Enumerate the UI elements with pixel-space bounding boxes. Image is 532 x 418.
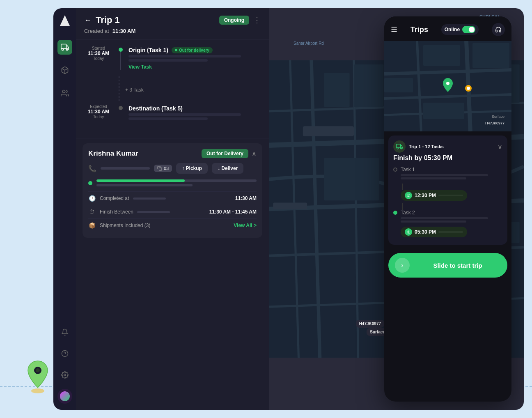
- mobile-task-1: Task 1: [393, 167, 502, 179]
- dest-line-2: [128, 117, 208, 120]
- view-all-link[interactable]: View All >: [234, 223, 257, 228]
- headphone-icon[interactable]: [492, 23, 505, 36]
- app-logo: [58, 14, 71, 28]
- progress-fill: [96, 179, 185, 182]
- timer-icon: ⏱: [88, 209, 96, 215]
- trip-card-chevron[interactable]: ∨: [498, 143, 502, 151]
- mobile-map: H47JK0977 Surface: [384, 41, 511, 131]
- shipment-icon: 📦: [88, 222, 96, 229]
- shipments-label: Shipments Included (3): [100, 223, 229, 228]
- svg-point-5: [62, 48, 63, 50]
- mobile-header: ☰ Trips Online: [384, 16, 511, 41]
- task-count-value: 03: [164, 166, 169, 171]
- task1-label: Task 1: [401, 167, 415, 172]
- task2-line-1: [401, 217, 488, 219]
- delivery-status-badge: Out for delivery: [172, 47, 213, 53]
- origin-dot: [119, 48, 123, 52]
- sidebar-item-profile[interactable]: [57, 389, 72, 404]
- progress-bar-area: [96, 179, 257, 186]
- trip-avatar: [393, 140, 406, 153]
- toggle-switch[interactable]: [462, 26, 475, 33]
- svg-rect-16: [273, 202, 307, 209]
- collapse-icon[interactable]: ∧: [252, 150, 257, 158]
- svg-point-8: [62, 90, 65, 93]
- svg-rect-30: [384, 78, 413, 92]
- trip-card: Trip 1 • 12 Tasks ∨ Finish by 05:30 PM T…: [388, 136, 507, 245]
- phone-icon[interactable]: 📞: [88, 165, 96, 172]
- online-label: Online: [445, 27, 460, 32]
- mobile-title: Trips: [410, 25, 428, 34]
- status-badge: Ongoing: [219, 16, 249, 25]
- svg-rect-17: [324, 73, 350, 107]
- time1-text: 12:30 PM: [415, 193, 436, 198]
- driver-name: Krishna Kumar: [88, 149, 138, 158]
- more-options-icon[interactable]: ⋮: [253, 16, 261, 25]
- time1-line: [438, 195, 463, 196]
- progress-dot: [88, 181, 92, 185]
- created-label: Created at: [84, 28, 109, 34]
- svg-rect-18: [354, 64, 383, 107]
- time-badge-dot-2: ②: [405, 228, 412, 236]
- mobile-menu-icon[interactable]: ☰: [391, 25, 397, 34]
- created-time: 11:30 AM: [112, 28, 136, 34]
- mobile-map-chip-2: Surface: [489, 113, 507, 120]
- pickup-button[interactable]: ↑ Pickup: [176, 163, 208, 174]
- sidebar-item-help[interactable]: [57, 346, 72, 361]
- sidebar-item-notifications[interactable]: [57, 325, 72, 340]
- online-toggle[interactable]: Online: [441, 24, 479, 35]
- mobile-phone: ☰ Trips Online: [384, 16, 511, 402]
- task-connector-1: [402, 184, 403, 190]
- timeline-connector-1: [120, 52, 121, 70]
- slide-to-start-button[interactable]: › Slide to start trip: [388, 253, 507, 278]
- back-button[interactable]: ←: [84, 16, 92, 25]
- panel-header: ← Trip 1 Ongoing ⋮ Created at 11:30 AM: [76, 8, 269, 39]
- svg-rect-31: [423, 103, 464, 119]
- svg-point-2: [36, 368, 40, 372]
- trip-finish-time: Finish by 05:30 PM: [393, 154, 502, 162]
- driver-card: Krishna Kumar Out for Delivery ∧ 📞 03 ↑ …: [83, 143, 262, 238]
- sidebar-item-team[interactable]: [57, 86, 72, 101]
- shipments-row: 📦 Shipments Included (3) View All >: [88, 218, 257, 232]
- time-badge-dot-1: ②: [405, 192, 412, 199]
- svg-point-34: [446, 82, 449, 85]
- phone-number-line: [101, 167, 150, 170]
- task1-line-1: [401, 174, 488, 176]
- sidebar: [53, 8, 76, 410]
- task-connector-2: [402, 203, 403, 210]
- trip-title: Trip 1: [96, 15, 120, 25]
- finish-value: 11:30 AM - 11:45 AM: [209, 209, 257, 215]
- task-line-2: [128, 59, 208, 62]
- slide-text: Slide to start trip: [415, 262, 501, 269]
- mobile-task-2: Task 2: [393, 210, 502, 223]
- svg-marker-3: [60, 15, 70, 26]
- svg-point-0: [31, 388, 44, 393]
- toggle-knob: [469, 27, 475, 32]
- task1-line-2: [401, 177, 466, 179]
- started-label: Started: [92, 46, 105, 51]
- plus-tasks-label: + 3 Task: [125, 87, 144, 93]
- header-line: [139, 31, 188, 31]
- sidebar-item-packages[interactable]: [57, 63, 72, 78]
- view-task-link[interactable]: View Task: [128, 64, 261, 70]
- svg-rect-29: [472, 43, 509, 68]
- dashed-connector: [119, 76, 119, 101]
- svg-point-36: [397, 148, 398, 149]
- completed-at-row: 🕐 Completed at 11:30 AM: [88, 191, 257, 205]
- dest-line-1: [128, 113, 241, 116]
- started-sub: Today: [93, 56, 104, 61]
- sidebar-item-settings[interactable]: [57, 367, 72, 382]
- started-time: 11:30 AM: [88, 51, 109, 56]
- task1-dot: [393, 168, 397, 172]
- sidebar-item-trips[interactable]: [57, 40, 72, 55]
- destination-task-title: Destination (Task 5): [128, 105, 183, 112]
- svg-point-33: [467, 87, 470, 90]
- deliver-button[interactable]: ↓ Deliver: [212, 163, 243, 174]
- task2-line-2: [401, 220, 466, 223]
- divider-1: [76, 138, 269, 138]
- svg-point-11: [64, 374, 66, 376]
- map-area: SHRI SAISOCIETY K WING Sahar Airport Rd …: [269, 8, 524, 410]
- mobile-map-chip-1: H47JK0977: [482, 120, 507, 126]
- time-badge-1: ② 12:30 PM: [401, 190, 467, 201]
- task-count-badge: 03: [154, 165, 172, 172]
- expected-sub: Today: [93, 115, 104, 119]
